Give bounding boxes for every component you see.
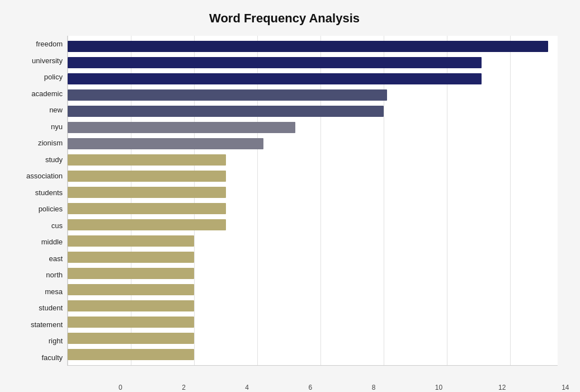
x-tick-0: 0 (119, 384, 122, 391)
x-tick-14: 14 (562, 384, 569, 391)
y-label-freedom: freedom (36, 37, 63, 51)
x-tick-12: 12 (498, 384, 506, 391)
bar-new (68, 106, 384, 117)
x-tick-8: 8 (372, 384, 376, 391)
y-label-middle: middle (41, 235, 63, 249)
bar-student (68, 300, 194, 311)
bar-middle (68, 235, 194, 247)
bar-row-study (68, 153, 558, 167)
bar-nyu (68, 122, 295, 133)
bar-association (68, 171, 226, 182)
y-label-university: university (32, 53, 63, 68)
y-label-study: study (45, 152, 63, 167)
y-label-policy: policy (44, 70, 63, 84)
bar-academic (68, 89, 387, 101)
y-label-mesa: mesa (45, 284, 63, 299)
y-label-zionism: zionism (38, 136, 63, 150)
y-label-academic: academic (31, 86, 63, 101)
bar-row-middle (68, 234, 558, 248)
y-label-faculty: faculty (41, 350, 63, 365)
bar-mesa (68, 284, 194, 295)
bar-row-right (68, 332, 558, 345)
chart-title: Word Frequency Analysis (11, 11, 558, 26)
y-label-statement: statement (31, 317, 63, 332)
bar-university (68, 57, 482, 68)
bar-row-association (68, 169, 558, 183)
y-label-student: student (39, 301, 63, 315)
bar-statement (68, 317, 194, 328)
bar-students (68, 187, 226, 198)
bar-policies (68, 203, 226, 214)
bar-row-university (68, 56, 558, 69)
bar-row-freedom (68, 40, 558, 53)
y-label-east: east (49, 251, 63, 266)
bar-row-east (68, 251, 558, 264)
x-axis: 02468101214 (123, 381, 580, 392)
y-label-students: students (35, 185, 63, 200)
bar-row-nyu (68, 121, 558, 134)
y-label-right: right (49, 334, 63, 348)
bar-row-north (68, 267, 558, 280)
bar-policy (68, 73, 482, 84)
bar-row-mesa (68, 283, 558, 296)
bar-row-cus (68, 218, 558, 232)
y-label-cus: cus (51, 218, 63, 233)
bar-row-student (68, 299, 558, 313)
bar-row-zionism (68, 137, 558, 150)
bar-row-academic (68, 88, 558, 102)
y-label-nyu: nyu (51, 119, 63, 134)
y-labels: freedomuniversitypolicyacademicnewnyuzio… (11, 36, 67, 366)
bar-zionism (68, 138, 263, 149)
bar-row-new (68, 105, 558, 118)
y-label-north: north (46, 268, 63, 282)
y-label-policies: policies (39, 202, 63, 216)
bar-row-faculty (68, 348, 558, 361)
bar-row-policy (68, 72, 558, 86)
x-tick-4: 4 (245, 384, 249, 391)
bar-north (68, 268, 194, 279)
y-label-new: new (49, 103, 63, 117)
x-tick-10: 10 (435, 384, 442, 391)
bar-freedom (68, 41, 548, 52)
chart-area: freedomuniversitypolicyacademicnewnyuzio… (11, 36, 558, 366)
bar-faculty (68, 349, 194, 360)
chart-container: Word Frequency Analysis freedomuniversit… (0, 0, 580, 392)
bar-row-policies (68, 202, 558, 215)
y-label-association: association (26, 169, 63, 183)
bar-row-statement (68, 315, 558, 329)
bars-container (68, 36, 558, 365)
bar-cus (68, 219, 226, 230)
plot-area (67, 36, 558, 366)
bar-right (68, 333, 194, 344)
bar-row-students (68, 186, 558, 199)
x-tick-2: 2 (182, 384, 186, 391)
x-tick-6: 6 (308, 384, 312, 391)
bar-east (68, 252, 194, 263)
bar-study (68, 154, 226, 166)
